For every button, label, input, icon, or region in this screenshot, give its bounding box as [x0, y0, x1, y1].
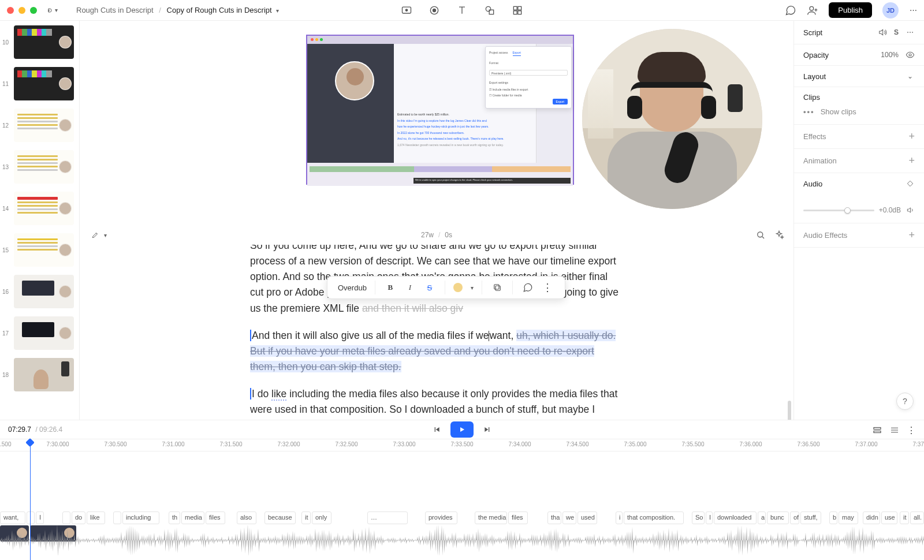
word-track[interactable]: want,Idolikeincludingthmediafilesalsobec…	[0, 512, 924, 525]
timeline-word[interactable]: didn	[863, 512, 880, 524]
timeline-word[interactable]: I	[36, 512, 44, 524]
more-icon[interactable]: ⋮	[907, 425, 916, 434]
timeline-word[interactable]: do	[72, 512, 85, 524]
sparkle-ai-icon[interactable]	[774, 230, 784, 240]
chevron-down-icon[interactable]: ▾	[471, 285, 474, 291]
audio-icon[interactable]	[878, 28, 887, 37]
chevron-down-icon[interactable]: ⌄	[906, 72, 915, 81]
skip-forward-icon[interactable]	[483, 425, 492, 434]
timeline-word[interactable]: files	[206, 512, 225, 524]
maximize-window-icon[interactable]	[30, 7, 37, 14]
timeline-word[interactable]: may	[839, 512, 858, 524]
timeline-word[interactable]: files	[508, 512, 528, 524]
shapes-tool-icon[interactable]	[484, 5, 495, 16]
app-menu-button[interactable]: ▾	[47, 5, 58, 16]
add-collaborator-icon[interactable]	[807, 5, 818, 16]
timeline-word[interactable]: stuff,	[800, 512, 821, 524]
timeline-word[interactable]: it	[301, 512, 311, 524]
layouts-icon[interactable]	[512, 5, 523, 16]
add-effect-button[interactable]: +	[908, 130, 915, 143]
scene-thumbnail[interactable]: 16	[14, 275, 73, 308]
timeline-word[interactable]: it	[900, 512, 909, 524]
timeline-word[interactable]: want,	[0, 512, 25, 524]
timeline-word[interactable]: media	[181, 512, 204, 524]
timeline-word[interactable]: downloaded	[714, 512, 757, 524]
breadcrumb[interactable]: Rough Cuts in Descript / Copy of Rough C…	[76, 6, 279, 14]
publish-button[interactable]: Publish	[829, 2, 872, 18]
selection-toolbar[interactable]: Overdub B I S ▾ ⋮	[327, 276, 565, 299]
timeline-word[interactable]: of	[790, 512, 799, 524]
audio-waveform-track[interactable]	[0, 525, 924, 555]
scene-thumbnail[interactable]: 13	[14, 150, 73, 184]
timeline-word[interactable]: we	[562, 512, 576, 524]
panel-row-audio-gain[interactable]: +0.0dB	[794, 194, 924, 223]
text-tool-icon[interactable]	[456, 5, 468, 16]
script-edit-mode-button[interactable]	[89, 229, 102, 241]
show-clips-button[interactable]: ••• Show clips	[794, 103, 924, 125]
timeline-view-full-icon[interactable]	[872, 425, 881, 434]
timeline-word[interactable]: like	[87, 512, 105, 524]
timeline-word[interactable]	[62, 512, 70, 524]
playhead-line[interactable]	[30, 439, 31, 560]
timeline-word[interactable]: …	[367, 512, 408, 524]
more-icon[interactable]: ⋯	[906, 28, 915, 37]
script-paragraph[interactable]: I do like including the media files also…	[250, 386, 620, 420]
timeline-word[interactable]: tha	[547, 512, 561, 524]
timeline-word[interactable]: bunc	[767, 512, 789, 524]
timeline-word[interactable]: So	[692, 512, 705, 524]
timeline-word[interactable]: i	[616, 512, 623, 524]
timeline-word[interactable]: I	[706, 512, 713, 524]
timeline-tracks[interactable]: want,Idolikeincludingthmediafilesalsobec…	[0, 451, 924, 560]
scene-rail[interactable]: 10 11 12 13 14 15 16 17 18	[0, 21, 80, 420]
add-comment-icon[interactable]	[521, 281, 535, 294]
scene-thumbnail[interactable]: 15	[14, 233, 73, 267]
audio-icon[interactable]	[906, 206, 915, 215]
timeline-ruler[interactable]: 7:29.5007:30.0007:30.5007:31.0007:31.500…	[0, 439, 924, 451]
timeline-word[interactable]: that composition.	[624, 512, 684, 524]
slider-knob[interactable]	[844, 207, 851, 214]
panel-row-script[interactable]: Script S ⋯	[794, 21, 924, 44]
timeline-word[interactable]: the media	[475, 512, 507, 524]
scene-thumbnail[interactable]: 11	[14, 67, 73, 100]
timeline-word[interactable]	[27, 512, 35, 524]
scene-thumbnail[interactable]: 10	[14, 25, 73, 59]
visibility-icon[interactable]	[906, 50, 915, 59]
panel-row-audio-effects[interactable]: Audio Effects +	[794, 223, 924, 248]
scrollbar-thumb[interactable]	[788, 401, 791, 420]
bold-button[interactable]: B	[383, 281, 397, 294]
timeline-word[interactable]: also	[237, 512, 256, 524]
scene-thumbnail[interactable]: 14	[14, 192, 73, 225]
video-canvas[interactable]: Estimated to be worth nearly $25 million…	[80, 21, 793, 211]
timeline-word[interactable]	[113, 512, 121, 524]
scene-thumbnail[interactable]: 18	[14, 358, 73, 391]
timeline-word[interactable]: a	[758, 512, 766, 524]
overdub-button[interactable]: Overdub	[338, 283, 367, 292]
window-controls[interactable]	[7, 7, 37, 14]
script-s-icon[interactable]: S	[894, 28, 899, 36]
minimize-window-icon[interactable]	[18, 7, 25, 14]
user-avatar[interactable]: JD	[882, 2, 899, 18]
timeline-word[interactable]: th	[169, 512, 180, 524]
gain-value[interactable]: +0.0dB	[879, 206, 901, 214]
add-animation-button[interactable]: +	[908, 155, 915, 167]
chevron-down-icon[interactable]: ▾	[276, 8, 279, 14]
camera-layer-circle[interactable]	[582, 29, 762, 209]
keyframe-icon[interactable]	[906, 179, 915, 188]
record-screen-icon[interactable]	[401, 5, 412, 16]
breadcrumb-parent[interactable]: Rough Cuts in Descript	[76, 6, 154, 14]
panel-row-layout[interactable]: Layout ⌄	[794, 66, 924, 87]
timeline-word[interactable]: all.	[910, 512, 924, 524]
scene-thumbnail[interactable]: 12	[14, 109, 73, 142]
timeline-word[interactable]: because	[264, 512, 296, 524]
close-window-icon[interactable]	[7, 7, 14, 14]
search-icon[interactable]	[755, 230, 766, 240]
more-icon[interactable]: ⋯	[909, 5, 917, 16]
selected-video-layer[interactable]: Estimated to be worth nearly $25 million…	[306, 35, 574, 185]
opacity-value[interactable]: 100%	[881, 51, 899, 59]
timeline-word[interactable]: use	[881, 512, 897, 524]
timeline-word[interactable]: b	[829, 512, 837, 524]
scene-thumbnail[interactable]: 17	[14, 316, 73, 350]
play-button[interactable]	[450, 421, 474, 438]
script-text-area[interactable]: So if you come up here, And we go to sha…	[80, 245, 793, 420]
help-button[interactable]: ?	[896, 393, 914, 410]
